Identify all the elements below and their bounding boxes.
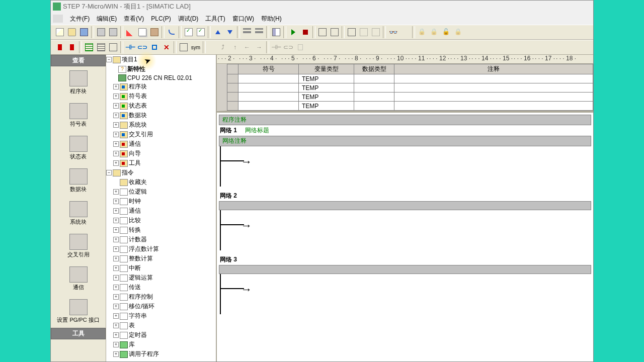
expand-icon[interactable]: + bbox=[113, 342, 119, 347]
expand-icon[interactable]: + bbox=[113, 285, 119, 290]
cell-symbol[interactable] bbox=[238, 74, 299, 83]
tb-status[interactable] bbox=[316, 26, 329, 38]
tb-sort-asc[interactable] bbox=[241, 26, 253, 38]
tree-instr-4[interactable]: +比较 bbox=[106, 216, 216, 225]
cell-comment[interactable] bbox=[394, 83, 593, 93]
tree-instr-1[interactable]: +位逻辑 bbox=[106, 187, 216, 197]
sidebar-item-3[interactable]: 数据块 bbox=[51, 164, 106, 197]
tb-run[interactable] bbox=[287, 26, 299, 38]
expand-icon[interactable]: + bbox=[113, 218, 119, 223]
tb-chart2[interactable] bbox=[358, 26, 370, 38]
tree-instr-15[interactable]: +表 bbox=[106, 321, 216, 330]
tb-new[interactable] bbox=[54, 26, 66, 38]
tb-compile-all[interactable] bbox=[195, 26, 207, 38]
tree-instr-9[interactable]: +中断 bbox=[106, 263, 216, 273]
menu-edit[interactable]: 编辑(E) bbox=[94, 14, 120, 24]
tb-sym[interactable]: sym bbox=[190, 41, 202, 53]
tree-instr-14[interactable]: +字符串 bbox=[106, 311, 216, 321]
collapse-icon[interactable]: − bbox=[106, 57, 112, 62]
project-tree[interactable]: − 项目1 ? 新特性 CPU 226 CN REL 02.01 +程序块+符号… bbox=[106, 55, 217, 361]
tree-instr-5[interactable]: +转换 bbox=[106, 225, 216, 235]
tree-instr-10[interactable]: +逻辑运算 bbox=[106, 273, 216, 283]
tree-instr-6[interactable]: +计数器 bbox=[106, 235, 216, 244]
expand-icon[interactable]: + bbox=[113, 94, 119, 99]
sidebar-item-0[interactable]: 程序块 bbox=[51, 66, 106, 99]
tb-print[interactable] bbox=[95, 26, 107, 38]
vt-header-4[interactable]: 注释 bbox=[394, 64, 593, 74]
cell-symbol[interactable] bbox=[238, 102, 299, 111]
tb-grid3[interactable] bbox=[107, 41, 119, 53]
tb-status2[interactable] bbox=[329, 26, 341, 38]
tb-lock1[interactable]: 🔒 bbox=[416, 26, 428, 38]
network-comment[interactable]: 网络注释 bbox=[219, 136, 591, 146]
menu-tools[interactable]: 工具(T) bbox=[202, 14, 228, 24]
collapse-icon[interactable]: − bbox=[106, 170, 112, 175]
cell-datatype[interactable] bbox=[354, 102, 394, 111]
cell-datatype[interactable] bbox=[354, 93, 394, 102]
tb-box[interactable] bbox=[148, 41, 160, 53]
tb-upload[interactable] bbox=[212, 26, 224, 38]
row-handle[interactable] bbox=[227, 83, 238, 93]
row-handle[interactable] bbox=[227, 102, 238, 111]
tree-props[interactable]: ? 新特性 bbox=[106, 64, 216, 74]
table-row[interactable]: TEMP bbox=[227, 83, 593, 93]
tb-lock2[interactable]: 🔒 bbox=[428, 26, 440, 38]
tb-open[interactable] bbox=[66, 26, 78, 38]
tb-glasses[interactable]: 👓 bbox=[387, 26, 399, 38]
tb-nav-up[interactable]: ↑ bbox=[229, 41, 241, 53]
tb-del[interactable]: ✕ bbox=[160, 41, 173, 53]
network-title-text[interactable]: 网络标题 bbox=[245, 126, 269, 135]
tb-force[interactable] bbox=[399, 26, 411, 38]
menu-help[interactable]: 帮助(H) bbox=[258, 14, 285, 24]
tb-lock3[interactable]: 🔒 bbox=[452, 26, 464, 38]
expand-icon[interactable]: + bbox=[113, 84, 119, 89]
tb-stop[interactable] bbox=[299, 26, 311, 38]
expand-icon[interactable]: + bbox=[113, 113, 119, 118]
menu-view[interactable]: 查看(V) bbox=[121, 14, 147, 24]
tb-layout[interactable] bbox=[270, 26, 282, 38]
sidebar-header-view[interactable]: 查看 bbox=[51, 55, 106, 66]
expand-icon[interactable]: + bbox=[113, 132, 119, 137]
tb-box2[interactable] bbox=[294, 41, 306, 53]
vt-header-0[interactable] bbox=[227, 64, 238, 74]
expand-icon[interactable]: + bbox=[113, 332, 119, 338]
tree-node-5[interactable]: +交叉引用 bbox=[106, 130, 216, 139]
tree-cpu[interactable]: CPU 226 CN REL 02.01 bbox=[106, 74, 216, 82]
vt-header-1[interactable]: 符号 bbox=[238, 64, 299, 74]
ladder-rung[interactable]: → bbox=[219, 210, 591, 250]
table-row[interactable]: TEMP bbox=[227, 102, 593, 111]
expand-icon[interactable]: + bbox=[113, 189, 119, 195]
program-comment[interactable]: 程序注释 bbox=[219, 115, 591, 125]
menu-window[interactable]: 窗口(W) bbox=[229, 14, 257, 24]
network-comment[interactable]: . bbox=[219, 201, 591, 210]
cell-comment[interactable] bbox=[394, 74, 593, 83]
tb-net[interactable] bbox=[178, 41, 190, 53]
tree-instr-13[interactable]: +移位/循环 bbox=[106, 302, 216, 311]
expand-icon[interactable]: + bbox=[113, 256, 119, 261]
tb-chart[interactable] bbox=[346, 26, 358, 38]
tb-nav-home[interactable]: ⤴ bbox=[217, 41, 229, 53]
ladder-area[interactable]: 程序注释 网络 1 网络标题 网络注释 → 网络 2 . → 网络 3 . bbox=[217, 111, 593, 361]
tb-contact[interactable]: ⊣⊢ bbox=[124, 41, 136, 53]
menu-file[interactable]: 文件(F) bbox=[67, 14, 93, 24]
tree-instr-2[interactable]: +时钟 bbox=[106, 197, 216, 206]
cell-vartype[interactable]: TEMP bbox=[299, 102, 354, 111]
tree-node-7[interactable]: +向导 bbox=[106, 149, 216, 158]
sidebar-item-6[interactable]: 通信 bbox=[51, 262, 106, 295]
tree-node-0[interactable]: +程序块 bbox=[106, 82, 216, 92]
sidebar-item-2[interactable]: 状态表 bbox=[51, 132, 106, 164]
tb-cut[interactable] bbox=[124, 26, 136, 38]
tree-instr-18[interactable]: +调用子程序 bbox=[106, 349, 216, 359]
table-row[interactable]: TEMP bbox=[227, 93, 593, 102]
tree-instr-3[interactable]: +通信 bbox=[106, 206, 216, 216]
sidebar-header-tools[interactable]: 工具 bbox=[51, 328, 106, 339]
expand-icon[interactable]: + bbox=[113, 160, 119, 166]
expand-icon[interactable]: + bbox=[113, 323, 119, 328]
tree-instr-root[interactable]: − 指令 bbox=[106, 168, 216, 177]
table-row[interactable]: TEMP bbox=[227, 74, 593, 83]
menu-plc[interactable]: PLC(P) bbox=[148, 14, 174, 23]
network-comment[interactable]: . bbox=[219, 265, 591, 274]
tb-nav-right[interactable]: → bbox=[253, 41, 265, 53]
tree-instr-11[interactable]: +传送 bbox=[106, 283, 216, 292]
expand-icon[interactable]: + bbox=[113, 227, 119, 233]
